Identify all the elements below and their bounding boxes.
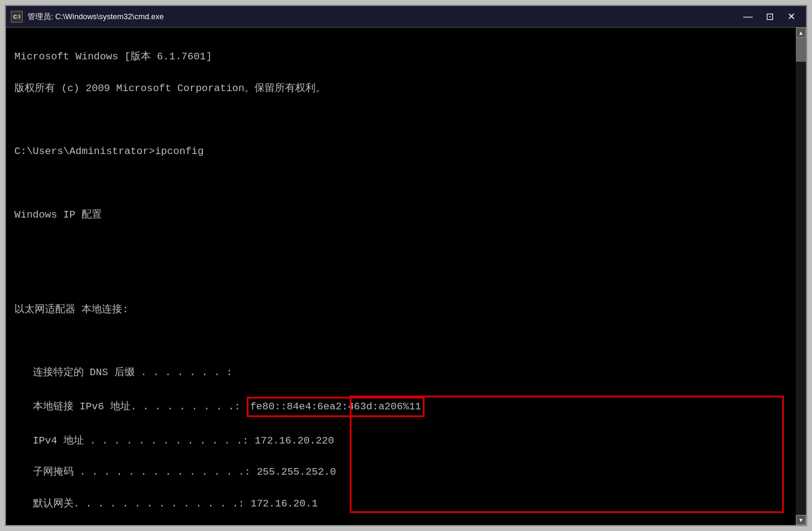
- output-line-2: 版权所有 (c) 2009 Microsoft Corporation。保留所有…: [14, 81, 787, 96]
- scroll-track[interactable]: [796, 38, 806, 515]
- close-button[interactable]: ✕: [781, 9, 801, 25]
- ipv4-value: 172.16.20.220: [254, 435, 334, 446]
- cmd-window: C:\ 管理员: C:\Windows\system32\cmd.exe — ⊡…: [5, 5, 807, 526]
- output-line-7: [14, 239, 787, 254]
- scroll-down-button[interactable]: ▼: [796, 515, 806, 525]
- minimize-button[interactable]: —: [738, 9, 758, 25]
- output-line-10: [14, 334, 787, 349]
- content-area: Microsoft Windows [版本 6.1.7601] 版权所有 (c)…: [6, 28, 806, 525]
- terminal-output[interactable]: Microsoft Windows [版本 6.1.7601] 版权所有 (c)…: [6, 28, 796, 525]
- window-icon: C:\: [11, 11, 23, 23]
- restore-button[interactable]: ⊡: [759, 9, 780, 25]
- window-title: 管理员: C:\Windows\system32\cmd.exe: [28, 11, 738, 22]
- output-line-12: 本地链接 IPv6 地址. . . . . . . . .: fe80::84e…: [14, 397, 787, 417]
- output-line-15: 默认网关. . . . . . . . . . . . . .: 172.16.…: [14, 496, 787, 512]
- subnet-value: 255.255.252.0: [257, 466, 337, 478]
- output-line-11: 连接特定的 DNS 后缀 . . . . . . . :: [14, 365, 787, 381]
- window-controls: — ⊡ ✕: [738, 9, 801, 25]
- scrollbar[interactable]: ▲ ▼: [796, 28, 806, 525]
- gateway-value: 172.16.20.1: [250, 498, 317, 509]
- scroll-up-button[interactable]: ▲: [796, 28, 806, 38]
- output-line-8: [14, 270, 787, 286]
- output-line-4: C:\Users\Administrator>ipconfig: [14, 144, 787, 159]
- output-line-14: 子网掩码 . . . . . . . . . . . . . .: 255.25…: [14, 464, 787, 480]
- ipv6-value: fe80::84e4:6ea2:463d:a206%11: [247, 397, 425, 417]
- output-line-13: IPv4 地址 . . . . . . . . . . . . .: 172.1…: [14, 433, 787, 449]
- output-line-9: 以太网适配器 本地连接:: [14, 302, 787, 318]
- output-line-6: Windows IP 配置: [14, 207, 787, 223]
- title-bar: C:\ 管理员: C:\Windows\system32\cmd.exe — ⊡…: [6, 6, 806, 28]
- output-line-1: Microsoft Windows [版本 6.1.7601]: [14, 49, 787, 65]
- output-line-3: [14, 113, 787, 128]
- scroll-thumb[interactable]: [796, 38, 806, 62]
- output-line-5: [14, 176, 787, 191]
